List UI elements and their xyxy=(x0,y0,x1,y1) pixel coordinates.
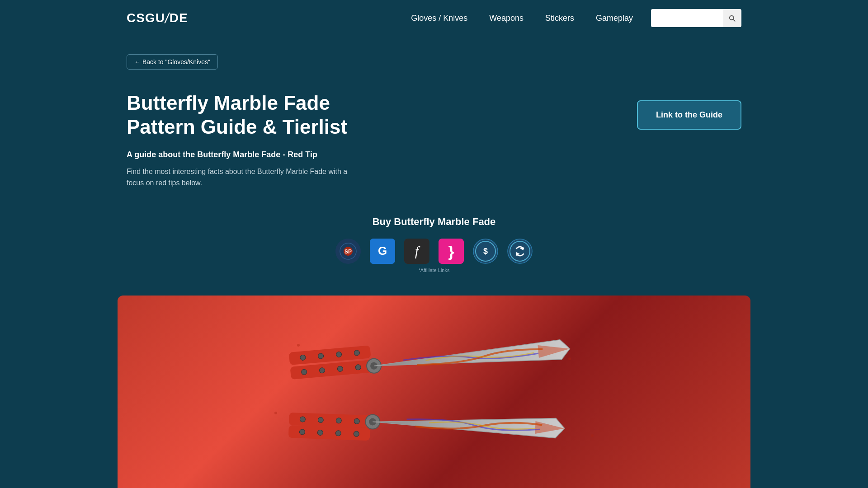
knife-image-background xyxy=(118,296,750,488)
svg-text:SP: SP xyxy=(344,249,352,255)
site-header: CSGU/DE Gloves / Knives Weapons Stickers… xyxy=(0,0,868,36)
page-title: Butterfly Marble Fade Pattern Guide & Ti… xyxy=(127,91,398,139)
svg-point-30 xyxy=(336,352,342,357)
svg-point-31 xyxy=(354,350,360,356)
svg-point-35 xyxy=(336,418,341,423)
svg-point-24 xyxy=(355,364,361,370)
butterfly-knife-illustration xyxy=(253,323,615,476)
skinport-icon: SP xyxy=(339,242,357,260)
search-container xyxy=(651,9,741,27)
svg-point-12 xyxy=(508,239,532,263)
svg-point-34 xyxy=(318,417,323,422)
svg-text:}: } xyxy=(448,243,454,260)
marketplace-icons-list: SP G f } xyxy=(127,239,741,264)
marketplace-cs-money[interactable]: $ xyxy=(473,239,498,264)
main-content: ← Back to "Gloves/Knives" Butterfly Marb… xyxy=(0,36,868,488)
svg-point-18 xyxy=(274,412,277,414)
main-nav: Gloves / Knives Weapons Stickers Gamepla… xyxy=(411,14,633,23)
nav-weapons[interactable]: Weapons xyxy=(489,14,524,23)
marketplace-float[interactable]: f xyxy=(404,239,429,264)
nav-stickers[interactable]: Stickers xyxy=(545,14,574,23)
buy-section: Buy Butterfly Marble Fade SP G xyxy=(127,216,741,273)
link-to-guide-button[interactable]: Link to the Guide xyxy=(637,100,741,130)
marketplace-tradeit[interactable] xyxy=(507,239,533,264)
search-icon xyxy=(728,14,736,22)
affiliate-note: *Affiliate Links xyxy=(127,267,741,273)
svg-point-42 xyxy=(335,430,341,436)
search-input[interactable] xyxy=(651,11,723,25)
gamerpay-icon: G xyxy=(370,239,395,264)
svg-text:G: G xyxy=(378,244,387,258)
logo-text: CSGU/DE xyxy=(127,10,188,27)
logo-part1: CSGU xyxy=(127,11,165,25)
svg-point-16 xyxy=(297,344,300,347)
cs-money-icon: $ xyxy=(473,239,498,264)
svg-point-23 xyxy=(337,366,343,372)
marketplace-gamerpay[interactable]: G xyxy=(370,239,395,264)
svg-point-43 xyxy=(354,431,359,436)
float-icon: f xyxy=(404,239,429,264)
svg-point-40 xyxy=(299,429,305,435)
nav-gloves-knives[interactable]: Gloves / Knives xyxy=(411,14,467,23)
hero-section: Butterfly Marble Fade Pattern Guide & Ti… xyxy=(127,91,741,189)
tradeit-icon xyxy=(507,239,533,264)
hero-subtitle: A guide about the Butterfly Marble Fade … xyxy=(127,150,398,160)
svg-point-41 xyxy=(317,430,323,435)
svg-point-19 xyxy=(591,434,594,437)
hero-description: Find the most interesting facts about th… xyxy=(127,166,362,189)
svg-point-33 xyxy=(300,417,305,422)
logo[interactable]: CSGU/DE xyxy=(127,10,188,27)
buy-title: Buy Butterfly Marble Fade xyxy=(127,216,741,228)
knife-image-section xyxy=(118,296,750,488)
marketplace-bitskins[interactable]: } xyxy=(439,239,464,264)
svg-point-21 xyxy=(301,369,307,375)
svg-point-28 xyxy=(300,355,306,361)
back-button[interactable]: ← Back to "Gloves/Knives" xyxy=(127,54,218,70)
svg-point-17 xyxy=(568,357,571,360)
search-button[interactable] xyxy=(723,9,741,27)
svg-point-22 xyxy=(319,367,325,373)
marketplace-skinport[interactable]: SP xyxy=(335,239,361,264)
svg-point-29 xyxy=(318,353,324,359)
bitskins-icon: } xyxy=(439,239,464,264)
nav-gameplay[interactable]: Gameplay xyxy=(596,14,633,23)
hero-text: Butterfly Marble Fade Pattern Guide & Ti… xyxy=(127,91,398,189)
svg-text:$: $ xyxy=(483,247,488,256)
logo-part2: DE xyxy=(170,11,188,25)
svg-point-36 xyxy=(354,418,359,424)
